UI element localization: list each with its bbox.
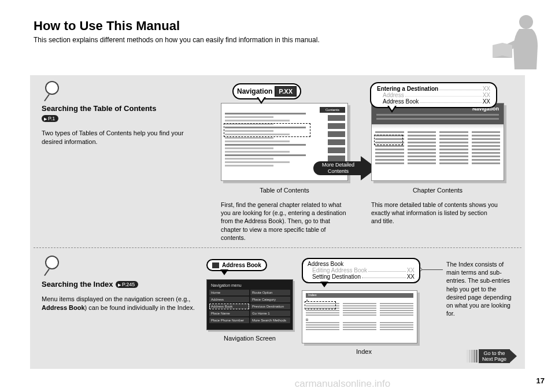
toc-body-text: First, find the general chapter related … <box>221 201 348 242</box>
page-ref-pill: P.1 <box>42 115 58 122</box>
dest-row3-label: Address Book <box>383 98 419 105</box>
idx-row1: Address Book <box>308 261 343 267</box>
next-page-line1: Go to the <box>483 350 505 356</box>
index-highlight-box <box>305 301 336 309</box>
nav-callout-page: P.XX <box>275 86 297 97</box>
dest-row3-page: XX <box>483 98 490 105</box>
magnifier-icon <box>42 256 62 276</box>
toc-search-block: Searching the Table of Contents P.1 Two … <box>42 81 204 147</box>
index-header: Index <box>306 293 413 298</box>
nav-btn: More Search Methods <box>250 317 290 323</box>
nav-btn: Go Home 1 <box>250 310 290 316</box>
more-detailed-arrow: More Detailed Contents <box>313 156 377 180</box>
content-panel: Searching the Table of Contents P.1 Two … <box>30 75 525 369</box>
idx-row2-page: XX <box>407 267 415 273</box>
nav-btn: Home <box>209 290 249 295</box>
next-page-line2: Next Page <box>482 356 506 362</box>
dest-row2-label: Address <box>383 92 404 98</box>
toc-section-title: Searching the Table of Contents <box>42 104 204 113</box>
index-search-block: Searching the Index P.245 Menu items dis… <box>42 256 204 313</box>
chapter-caption: Chapter Contents <box>371 187 504 194</box>
index-section-title: Searching the Index <box>42 280 113 289</box>
reader-icon <box>486 12 549 72</box>
navigation-callout: Navigation P.XX <box>232 83 301 99</box>
watermark: carmanualsonline.info <box>295 378 390 390</box>
nav-screen-caption: Navigation Screen <box>206 335 293 342</box>
section-divider <box>34 247 521 248</box>
page-header: How to Use This Manual This section expl… <box>34 19 486 44</box>
chapter-page-thumb: Navigation <box>371 103 504 181</box>
dest-row1-page: XX <box>483 86 490 92</box>
pointer-line <box>421 269 443 270</box>
nav-screen-thumb: Navigation menu Home Route Option Addres… <box>206 279 293 330</box>
dest-row1-label: Entering a Destination <box>377 86 438 92</box>
address-book-callout: Address Book <box>206 259 267 271</box>
idx-row3-page: XX <box>407 273 415 280</box>
addr-callout-label: Address Book <box>222 262 261 268</box>
next-page-button[interactable]: Go to the Next Page <box>467 349 517 363</box>
contents-tab: Contents <box>320 107 345 113</box>
nav-screen-title: Navigation menu <box>209 282 290 289</box>
arrow-line2: Contents <box>328 168 349 174</box>
arrow-line1: More Detailed <box>322 162 354 168</box>
toc-lines <box>225 113 306 167</box>
toc-caption: Table of Contents <box>221 187 348 194</box>
chapter-body-text: This more detailed table of contents sho… <box>371 201 498 225</box>
nav-btn: Place Category <box>250 297 290 302</box>
page-number: 17 <box>536 376 545 385</box>
toc-highlight-box <box>224 123 310 137</box>
index-callout: Address Book Editing Address BookXX Sett… <box>302 258 420 283</box>
index-section-body: Menu items displayed on the navigation s… <box>42 295 204 313</box>
idx-row2-label: Editing Address Book <box>312 267 367 273</box>
svg-point-0 <box>519 15 533 29</box>
index-illustration: Address Book Editing Address BookXX Sett… <box>302 258 426 355</box>
chapter-illustration: Entering a DestinationXX AddressXX Addre… <box>371 103 504 225</box>
book-icon <box>212 262 219 268</box>
dest-row2-page: XX <box>483 92 490 98</box>
page-title: How to Use This Manual <box>34 19 486 34</box>
nav-btn-highlighted: Address Book <box>209 304 249 309</box>
nav-screen-illustration: Address Book Navigation menu Home Route … <box>206 259 293 342</box>
magnifier-icon <box>42 81 62 102</box>
nav-btn: Address <box>209 297 249 302</box>
destination-callout: Entering a DestinationXX AddressXX Addre… <box>370 82 497 108</box>
nav-btn: Route Option <box>250 290 290 295</box>
stripes-icon <box>467 350 478 363</box>
index-explanation: The Index consists of main terms and sub… <box>446 260 516 317</box>
nav-btn: Place Name <box>209 310 249 316</box>
toc-section-body: Two types of Tables of Contents help you… <box>42 129 204 147</box>
chapter-highlight-box <box>374 135 403 145</box>
index-page-thumb: Index A B <box>302 290 417 343</box>
nav-btn: Place Phone Number <box>209 317 249 323</box>
nav-callout-label: Navigation <box>237 87 272 95</box>
index-letter-b: B <box>306 318 413 321</box>
nav-btn: Previous Destination <box>250 304 290 309</box>
next-arrow-icon <box>510 350 517 363</box>
chapter-columns <box>372 129 504 168</box>
idx-row3-label: Setting Destination <box>312 273 361 280</box>
index-caption: Index <box>302 348 426 355</box>
page-ref-pill: P.245 <box>116 281 138 288</box>
page-subtitle: This section explains different methods … <box>34 36 486 44</box>
